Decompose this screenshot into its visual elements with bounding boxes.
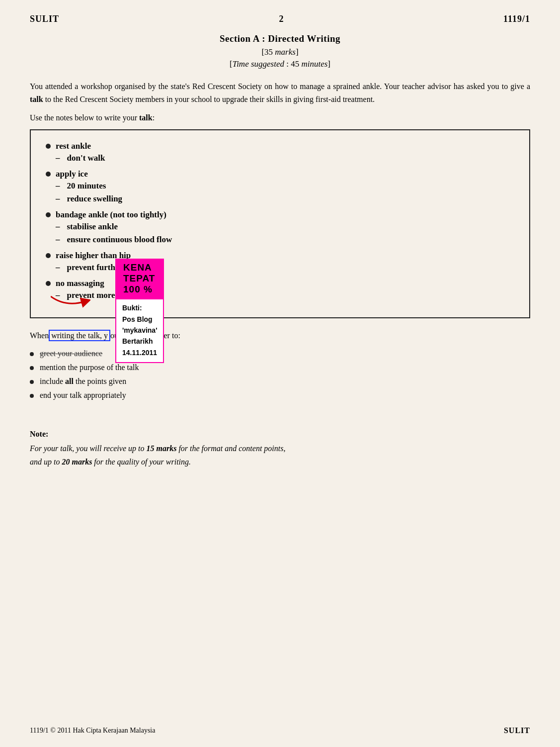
sub-list-item: –reduce swelling bbox=[56, 194, 122, 204]
section-title: Section A : Directed Writing bbox=[30, 33, 530, 44]
footer-copyright: 1119/1 © 2011 Hak Cipta Kerajaan Malaysi… bbox=[30, 727, 155, 735]
list-item: rest ankle –don't walk bbox=[46, 141, 514, 166]
reminder-text: mention the purpose of the talk bbox=[40, 363, 139, 372]
list-item: bandage ankle (not too tightly) –stabili… bbox=[46, 210, 514, 248]
blue-box-highlight: writing the talk, y bbox=[49, 330, 110, 341]
footer-sulit: SULIT bbox=[504, 726, 530, 735]
popup-bukti: Bukti: bbox=[122, 302, 157, 313]
page: SULIT 2 1119/1 Section A : Directed Writ… bbox=[0, 0, 560, 747]
use-notes-line: Use the notes below to write your talk: bbox=[30, 113, 530, 122]
popup-title: KENA TEPAT 100 % bbox=[115, 259, 164, 298]
note-text: For your talk, you will receive up to 15… bbox=[30, 442, 530, 468]
note-item-label: rest ankle bbox=[56, 141, 91, 151]
sub-list: –20 minutes –reduce swelling bbox=[56, 181, 122, 204]
popup-body: Bukti: Pos Blog 'mykavina' Bertarikh 14.… bbox=[115, 298, 164, 363]
sub-list: –don't walk bbox=[56, 153, 105, 163]
bullet-icon bbox=[30, 380, 34, 384]
directed-writing-label: Directed Writing bbox=[268, 33, 340, 44]
sub-list-item: –20 minutes bbox=[56, 181, 122, 191]
reminder-item-end: end your talk appropriately bbox=[30, 391, 530, 400]
sub-list-item: – prevent more i bbox=[56, 290, 120, 300]
bullet-icon bbox=[46, 212, 51, 217]
reminder-item-purpose: mention the purpose of the talk bbox=[30, 363, 530, 372]
note-item-label: no massaging bbox=[56, 279, 104, 288]
bullet-icon bbox=[46, 281, 51, 286]
intro-paragraph: You attended a workshop organised by the… bbox=[30, 80, 530, 105]
sub-list: –stabilise ankle –ensure continuous bloo… bbox=[56, 222, 172, 245]
sub-list-item: –ensure continuous blood flow bbox=[56, 235, 172, 245]
bullet-icon bbox=[46, 144, 51, 149]
section-colon: : bbox=[259, 33, 268, 44]
footer-row: 1119/1 © 2011 Hak Cipta Kerajaan Malaysi… bbox=[30, 726, 530, 735]
sub-list: – prevent furthe KENA TEPAT 100 % Bukti:… bbox=[56, 263, 131, 273]
header-center: 2 bbox=[279, 14, 284, 24]
sub-list-item: –don't walk bbox=[56, 153, 105, 163]
bullet-icon bbox=[30, 394, 34, 398]
header-right: 1119/1 bbox=[503, 14, 530, 24]
bullet-icon bbox=[30, 352, 34, 356]
red-arrow-icon bbox=[51, 292, 90, 309]
list-item: raise higher than hip – prevent furthe K… bbox=[46, 251, 514, 276]
note-item-label: bandage ankle (not too tightly) bbox=[56, 210, 166, 219]
notes-box: rest ankle –don't walk apply ice –20 min… bbox=[30, 129, 530, 318]
when-writing-paragraph: Whenwriting the talk, you must remember … bbox=[30, 329, 530, 342]
section-label: Section A bbox=[220, 33, 259, 44]
sub-list: – prevent more i bbox=[56, 290, 120, 300]
bullet-icon bbox=[30, 366, 34, 370]
marks-line: [35 marks] bbox=[30, 47, 530, 57]
note-item-label: apply ice bbox=[56, 169, 88, 179]
note-section: Note: For your talk, you will receive up… bbox=[30, 430, 530, 468]
reminder-text: end your talk appropriately bbox=[40, 391, 126, 400]
sub-list-item: – prevent furthe KENA TEPAT 100 % Bukti:… bbox=[56, 263, 131, 273]
notes-list: rest ankle –don't walk apply ice –20 min… bbox=[46, 141, 514, 303]
bullet-icon bbox=[46, 253, 51, 258]
popup-date: Bertarikh 14.11.2011 bbox=[122, 336, 157, 358]
reminder-text: include all the points given bbox=[40, 377, 126, 386]
reminder-list: greet your audience mention the purpose … bbox=[30, 349, 530, 400]
popup-blog: Pos Blog 'mykavina' bbox=[122, 314, 157, 336]
header-row: SULIT 2 1119/1 bbox=[30, 14, 530, 24]
reminder-item-greet: greet your audience bbox=[30, 349, 530, 358]
reminder-item-include: include all the points given bbox=[30, 377, 530, 386]
note-label: Note: bbox=[30, 430, 530, 439]
header-left: SULIT bbox=[30, 14, 59, 24]
sub-list-item: –stabilise ankle bbox=[56, 222, 172, 232]
bullet-icon bbox=[46, 172, 51, 177]
reminder-text: greet your audience bbox=[40, 349, 102, 358]
time-line: [Time suggested : 45 minutes] bbox=[30, 59, 530, 69]
kena-tepat-popup: KENA TEPAT 100 % Bukti: Pos Blog 'mykavi… bbox=[115, 259, 164, 363]
list-item: apply ice –20 minutes –reduce swelling bbox=[46, 169, 514, 207]
